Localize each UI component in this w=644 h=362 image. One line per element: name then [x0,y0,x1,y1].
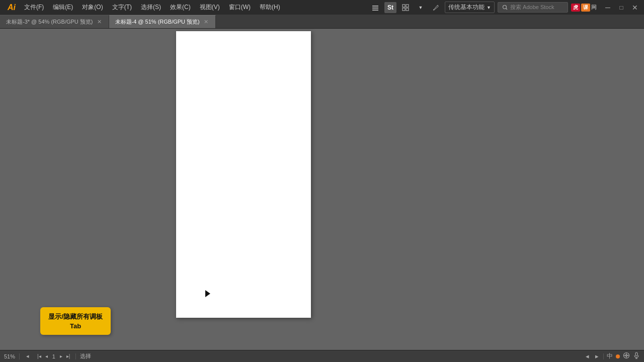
menu-select[interactable]: 选择(S) [137,1,165,14]
tooltip-title: 显示/隐藏所有调板 [48,312,103,321]
toolbar-icon-pen[interactable] [430,2,442,13]
menu-file[interactable]: 文件(F) [20,1,48,14]
status-divider-2 [75,353,76,359]
status-divider-1 [19,353,20,359]
tray-icon-input[interactable]: 中 [607,352,613,360]
menu-window[interactable]: 窗口(W) [225,1,255,14]
svg-line-8 [506,8,508,10]
tray-icon-dot [616,354,620,358]
window-maximize[interactable]: □ [615,2,627,13]
svg-point-7 [503,5,507,9]
svg-rect-4 [406,5,409,7]
menu-bar: 文件(F) 编辑(E) 对象(O) 文字(T) 选择(S) 效果(C) 视图(V… [20,0,369,15]
artboard [176,31,311,318]
tab-label-untitled4: 未标题-4 @ 51% (RGB/GPU 预览) [115,18,200,26]
workspace-dropdown-icon: ▼ [487,5,491,10]
svg-rect-5 [403,8,405,11]
statusbar: 51% ◂ |◂ ◂ 1 ▸ ▸| 选择 ◂ ▸ 中 [0,350,644,362]
svg-rect-0 [372,6,378,7]
artboard-nav: |◂ ◂ 1 ▸ ▸| [36,353,71,359]
svg-rect-12 [635,352,637,356]
tab-label-untitled3: 未标题-3* @ 54% (RGB/GPU 预览) [6,18,93,26]
workspace-selector[interactable]: 传统基本功能 ▼ [445,2,495,13]
nav-prev[interactable]: ◂ [44,353,49,359]
canvas-area[interactable]: 显示/隐藏所有调板 Tab [0,29,644,350]
menu-effect[interactable]: 效果(C) [166,1,195,14]
ai-logo: Ai [3,0,20,15]
watermark-text: 网 [591,4,597,11]
toolbar-right: St ▼ 传统基本功能 ▼ 搜索 Adobe Stock 虎 课 网 ─ □ ✕ [369,2,641,13]
statusbar-right: ◂ ▸ 中 [584,352,640,360]
menu-view[interactable]: 视图(V) [196,1,224,14]
watermark-icon2: 课 [581,4,590,12]
toolbar-icon-1[interactable] [369,2,381,13]
cursor-pointer [205,290,210,297]
menu-object[interactable]: 对象(O) [78,1,107,14]
menu-text[interactable]: 文字(T) [108,1,136,14]
nav-next[interactable]: ▸ [58,353,64,359]
nav-first[interactable]: |◂ [36,353,43,359]
watermark-logo: 虎 课 网 [571,4,597,12]
zoom-value: 51% [4,353,15,359]
tab-close-untitled4[interactable]: ✕ [203,18,209,26]
window-close[interactable]: ✕ [629,2,641,13]
page-number: 1 [50,353,57,359]
tab-untitled3[interactable]: 未标题-3* @ 54% (RGB/GPU 预览) ✕ [0,15,109,28]
svg-rect-2 [372,10,378,11]
status-divider-3 [603,353,604,359]
toolbar-icon-st[interactable]: St [384,2,396,13]
playback-prev[interactable]: ◂ [584,352,591,360]
playback-next[interactable]: ▸ [594,352,600,360]
tab-close-untitled3[interactable]: ✕ [96,18,103,26]
menu-edit[interactable]: 编辑(E) [49,1,77,14]
zoom-control[interactable]: 51% [4,353,15,359]
tooltip-shortcut: Tab [48,322,103,330]
titlebar: Ai 文件(F) 编辑(E) 对象(O) 文字(T) 选择(S) 效果(C) 视… [0,0,644,15]
menu-help[interactable]: 帮助(H) [256,1,284,14]
svg-rect-1 [372,8,378,9]
tray-icon-mic[interactable] [633,352,640,360]
svg-rect-6 [406,8,409,11]
tray-icon-network[interactable] [623,352,630,360]
tooltip-panel: 显示/隐藏所有调板 Tab [40,307,111,335]
search-adobe-stock[interactable]: 搜索 Adobe Stock [498,2,568,13]
zoom-out-btn[interactable]: ◂ [24,352,32,360]
search-placeholder-text: 搜索 Adobe Stock [510,4,554,11]
window-minimize[interactable]: ─ [602,2,614,13]
toolbar-icon-dropdown[interactable]: ▼ [415,2,427,13]
tabbar: 未标题-3* @ 54% (RGB/GPU 预览) ✕ 未标题-4 @ 51% … [0,15,644,29]
status-label: 选择 [80,352,91,360]
watermark-icon1: 虎 [571,4,580,12]
tab-untitled4[interactable]: 未标题-4 @ 51% (RGB/GPU 预览) ✕ [109,15,216,28]
nav-last[interactable]: ▸| [65,353,72,359]
svg-rect-3 [403,5,405,7]
toolbar-icon-grid[interactable] [399,2,412,13]
